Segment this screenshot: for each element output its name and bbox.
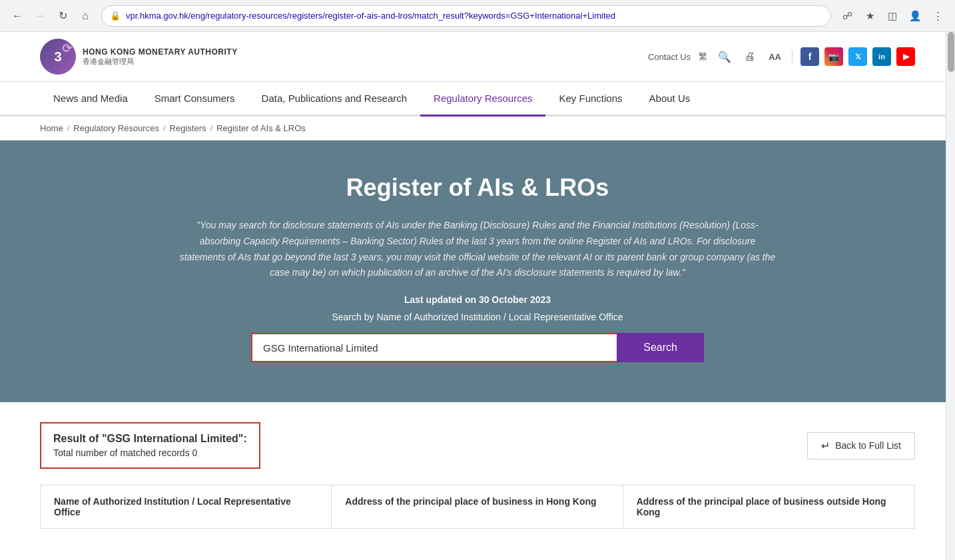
table-header-name: Name of Authorized Institution / Local R… bbox=[41, 485, 332, 528]
results-box: Result of "GSG International Limited": T… bbox=[40, 422, 260, 469]
address-bar[interactable]: 🔒 vpr.hkma.gov.hk/eng/regulatory-resourc… bbox=[101, 5, 831, 27]
forward-button[interactable]: → bbox=[31, 7, 49, 25]
breadcrumb-registers[interactable]: Registers bbox=[170, 123, 206, 133]
breadcrumb-sep-3: / bbox=[210, 123, 212, 133]
back-icon: ↵ bbox=[821, 439, 830, 452]
table-headers: Name of Authorized Institution / Local R… bbox=[40, 485, 915, 529]
hero-title: Register of AIs & LROs bbox=[40, 174, 915, 202]
search-bar: Search bbox=[251, 333, 704, 362]
nav-item-regulatory-resources[interactable]: Regulatory Resources bbox=[420, 82, 545, 117]
breadcrumb: Home / Regulatory Resources / Registers … bbox=[0, 117, 955, 140]
search-button[interactable]: Search bbox=[617, 333, 704, 362]
breadcrumb-home[interactable]: Home bbox=[40, 123, 63, 133]
twitter-icon[interactable]: 𝕏 bbox=[848, 47, 867, 66]
org-name-eng: HONG KONG MONETARY AUTHORITY bbox=[83, 47, 238, 57]
browser-nav-buttons: ← → ↻ ⌂ bbox=[8, 7, 95, 25]
main-nav: News and Media Smart Consumers Data, Pub… bbox=[0, 82, 955, 117]
scrollbar[interactable] bbox=[946, 32, 955, 549]
breadcrumb-current: Register of AIs & LROs bbox=[216, 123, 306, 133]
header-right: Contact Us 繁 🔍 🖨 AA f 📷 𝕏 in ▶ bbox=[648, 47, 915, 66]
social-icons: f 📷 𝕏 in ▶ bbox=[800, 47, 915, 66]
results-header: Result of "GSG International Limited": T… bbox=[40, 422, 915, 469]
nav-item-smart-consumers[interactable]: Smart Consumers bbox=[141, 82, 248, 117]
nav-item-key-functions[interactable]: Key Functions bbox=[545, 82, 635, 117]
back-button[interactable]: ← bbox=[8, 7, 27, 25]
instagram-icon[interactable]: 📷 bbox=[824, 47, 843, 66]
org-name-chi: 香港金融管理局 bbox=[83, 57, 238, 66]
home-button[interactable]: ⌂ bbox=[76, 7, 95, 25]
results-title: Result of "GSG International Limited": bbox=[53, 433, 247, 445]
table-header-outside-address: Address of the principal place of busine… bbox=[623, 485, 914, 528]
search-icon-btn[interactable]: 🔍 bbox=[715, 48, 734, 66]
scrollbar-thumb[interactable] bbox=[948, 32, 954, 72]
browser-chrome: ← → ↻ ⌂ 🔒 vpr.hkma.gov.hk/eng/regulatory… bbox=[0, 0, 955, 32]
translate-icon[interactable]: ☍ bbox=[838, 7, 856, 25]
logo-area: 3 ⟳ HONG KONG MONETARY AUTHORITY 香港金融管理局 bbox=[40, 39, 238, 75]
back-to-full-list-button[interactable]: ↵ Back to Full List bbox=[807, 432, 915, 459]
table-header-hk-address: Address of the principal place of busine… bbox=[332, 485, 623, 528]
facebook-icon[interactable]: f bbox=[800, 47, 819, 66]
logo-circle: 3 ⟳ bbox=[40, 39, 76, 75]
breadcrumb-regulatory-resources[interactable]: Regulatory Resources bbox=[73, 123, 159, 133]
logo-decoration: ⟳ bbox=[62, 41, 72, 56]
nav-item-news-media[interactable]: News and Media bbox=[40, 82, 141, 117]
logo-number: 3 bbox=[54, 49, 61, 65]
hero-section: Register of AIs & LROs "You may search f… bbox=[0, 140, 955, 402]
breadcrumb-sep-1: / bbox=[67, 123, 70, 133]
profile-icon[interactable]: 👤 bbox=[906, 7, 924, 25]
youtube-icon[interactable]: ▶ bbox=[896, 47, 915, 66]
nav-item-about-us[interactable]: About Us bbox=[636, 82, 704, 117]
chi-toggle[interactable]: 繁 bbox=[699, 51, 707, 63]
extension-icon[interactable]: ◫ bbox=[883, 7, 902, 25]
linkedin-icon[interactable]: in bbox=[872, 47, 891, 66]
font-size-btn[interactable]: AA bbox=[766, 49, 784, 65]
contact-us-link[interactable]: Contact Us bbox=[648, 52, 691, 62]
hero-search-label: Search by Name of Authorized Institution… bbox=[40, 312, 915, 322]
browser-actions: ☍ ★ ◫ 👤 ⋮ bbox=[838, 7, 947, 25]
nav-item-data-publications[interactable]: Data, Publications and Research bbox=[248, 82, 420, 117]
menu-icon[interactable]: ⋮ bbox=[928, 7, 947, 25]
results-count: Total number of matched records 0 bbox=[53, 447, 247, 458]
search-input[interactable] bbox=[251, 333, 617, 362]
url-text: vpr.hkma.gov.hk/eng/regulatory-resources… bbox=[126, 11, 822, 21]
back-btn-label: Back to Full List bbox=[835, 440, 901, 451]
logo-text: HONG KONG MONETARY AUTHORITY 香港金融管理局 bbox=[83, 47, 238, 66]
results-section: Result of "GSG International Limited": T… bbox=[0, 402, 955, 549]
reload-button[interactable]: ↻ bbox=[53, 7, 72, 25]
breadcrumb-sep-2: / bbox=[163, 123, 166, 133]
print-icon-btn[interactable]: 🖨 bbox=[742, 48, 758, 65]
header-divider bbox=[792, 50, 793, 63]
bookmark-icon[interactable]: ★ bbox=[860, 7, 879, 25]
secure-icon: 🔒 bbox=[110, 11, 121, 21]
hero-last-updated: Last updated on 30 October 2023 bbox=[40, 294, 915, 305]
hero-description: "You may search for disclosure statement… bbox=[178, 218, 777, 281]
site-header: 3 ⟳ HONG KONG MONETARY AUTHORITY 香港金融管理局… bbox=[0, 32, 955, 82]
